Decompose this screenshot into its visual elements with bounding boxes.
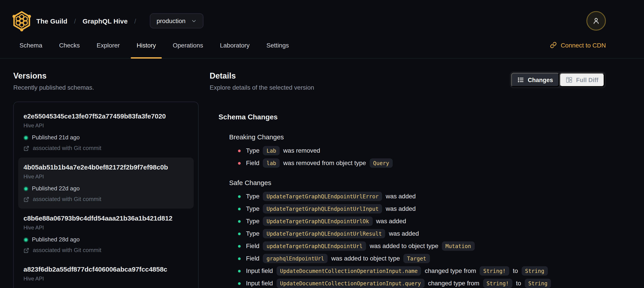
connect-to-cdn-link[interactable]: Connect to CDN — [550, 32, 606, 58]
version-item[interactable]: e2e55045345ce13fe07f52a77459b83fa3fe7020… — [18, 107, 194, 158]
breadcrumb-org[interactable]: The Guild — [36, 17, 67, 25]
tab-checks[interactable]: Checks — [59, 32, 80, 58]
change-text: Type — [246, 229, 260, 238]
version-hash: c8b6e88a06793b9c4dfd54aaa21b36a1b421d812 — [24, 214, 188, 223]
published-status-dot — [24, 135, 28, 140]
version-git-text: associated with Git commit — [33, 195, 101, 203]
bullet-dot — [238, 257, 241, 260]
version-item[interactable]: 4b05ab51b1b4a7e2e4b0ef82172f2b9f7ef98c0b… — [18, 158, 194, 209]
code-chip: String — [525, 279, 551, 288]
change-content: TypeUpdateTargetGraphQLEndpointUrlErrorw… — [246, 192, 416, 201]
tab-label: Checks — [59, 42, 80, 49]
breadcrumb-separator: / — [74, 17, 76, 25]
tab-operations[interactable]: Operations — [173, 32, 203, 58]
toggle-changes-button[interactable]: Changes — [511, 73, 559, 87]
code-chip: lab — [263, 158, 280, 168]
change-item: FieldupdateTargetGraphQLEndpointUrlwas a… — [238, 241, 606, 251]
tab-history[interactable]: History — [136, 32, 156, 58]
change-item: FieldgraphqlEndpointUrlwas added to obje… — [238, 254, 606, 263]
tab-settings[interactable]: Settings — [266, 32, 289, 58]
change-content: FieldgraphqlEndpointUrlwas added to obje… — [246, 254, 430, 263]
tab-laboratory[interactable]: Laboratory — [220, 32, 250, 58]
change-text: was added — [376, 217, 406, 225]
tab-explorer[interactable]: Explorer — [96, 32, 120, 58]
change-text: Type — [246, 192, 260, 201]
version-item[interactable]: a823f6db2a55df877dcf406006abca97fcc4858c… — [18, 259, 194, 288]
version-service: Hive API — [24, 122, 188, 129]
version-git-link[interactable]: associated with Git commit — [24, 144, 188, 152]
change-item: TypeUpdateTargetGraphQLEndpointUrlOkwas … — [238, 216, 606, 226]
breadcrumb-project[interactable]: GraphQL Hive — [83, 17, 128, 25]
top-bar: The Guild / GraphQL Hive / production — [0, 10, 644, 32]
bullet-dot — [238, 269, 241, 272]
schema-changes-groups: Breaking Changes TypeLabwas removed Fiel… — [218, 133, 606, 288]
change-item: Input fieldUpdateDocumentCollectionOpera… — [238, 279, 606, 288]
tab-label: Settings — [266, 42, 289, 49]
change-content: Input fieldUpdateDocumentCollectionOpera… — [246, 266, 548, 275]
breadcrumb-separator: / — [134, 17, 136, 25]
bullet-dot — [238, 220, 241, 222]
change-text: to — [513, 267, 518, 275]
bullet-dot — [238, 245, 241, 247]
user-avatar[interactable] — [586, 11, 606, 31]
details-panel: Details Explore details of the selected … — [210, 71, 606, 288]
code-chip: updateTargetGraphQLEndpointUrl — [263, 241, 366, 251]
list-icon — [517, 76, 524, 83]
code-chip: UpdateDocumentCollectionOperationInput.q… — [276, 279, 424, 288]
change-text: was added — [386, 205, 416, 213]
code-chip: Target — [404, 254, 430, 263]
change-list: TypeUpdateTargetGraphQLEndpointUrlErrorw… — [229, 192, 606, 288]
code-chip: String! — [483, 279, 512, 288]
details-subtitle: Explore details of the selected version — [210, 83, 314, 92]
toggle-full-diff-label: Full Diff — [576, 77, 598, 83]
code-chip: Lab — [263, 146, 280, 155]
target-selector-label: production — [156, 17, 186, 25]
link-icon — [550, 42, 557, 48]
published-status-dot — [24, 237, 28, 242]
change-item: TypeUpdateTargetGraphQLEndpointUrlInputw… — [238, 204, 606, 213]
change-text: Input field — [246, 267, 273, 275]
change-text: to — [516, 279, 521, 287]
change-group-title: Safe Changes — [229, 178, 606, 187]
external-link-icon — [24, 145, 29, 151]
change-item: Input fieldUpdateDocumentCollectionOpera… — [238, 266, 606, 275]
version-status-text: Published 40d ago — [32, 287, 80, 288]
change-content: TypeUpdateTargetGraphQLEndpointUrlInputw… — [246, 204, 416, 213]
change-text: Type — [246, 146, 260, 155]
version-git-link[interactable]: associated with Git commit — [24, 246, 188, 254]
version-status-text: Published 28d ago — [32, 236, 80, 244]
bullet-dot — [238, 207, 241, 210]
app-window: The Guild / GraphQL Hive / production Sc… — [0, 0, 644, 288]
code-chip: Mutation — [442, 241, 475, 251]
code-chip: UpdateTargetGraphQLEndpointUrlResult — [263, 229, 386, 238]
bullet-dot — [238, 282, 241, 285]
change-item: TypeLabwas removed — [238, 146, 606, 155]
change-content: TypeUpdateTargetGraphQLEndpointUrlOkwas … — [246, 216, 406, 226]
change-group: Safe Changes TypeUpdateTargetGraphQLEndp… — [229, 178, 606, 288]
hive-logo-icon[interactable] — [11, 10, 32, 32]
tab-schema[interactable]: Schema — [20, 32, 42, 58]
change-content: TypeLabwas removed — [246, 146, 320, 155]
change-text: Field — [246, 159, 260, 167]
version-service: Hive API — [24, 224, 188, 231]
change-list: TypeLabwas removed Fieldlabwas removed f… — [229, 146, 606, 168]
user-icon — [592, 17, 600, 25]
code-chip: graphqlEndpointUrl — [263, 254, 328, 263]
code-chip: UpdateDocumentCollectionOperationInput.n… — [276, 266, 421, 275]
version-service: Hive API — [24, 173, 188, 180]
change-item: TypeUpdateTargetGraphQLEndpointUrlErrorw… — [238, 192, 606, 201]
tab-label: Operations — [173, 42, 203, 49]
toggle-full-diff-button[interactable]: Full Diff — [559, 73, 605, 87]
main-content: Versions Recently published schemas. e2e… — [0, 59, 644, 288]
tabs: SchemaChecksExplorerHistoryOperationsLab… — [20, 32, 289, 58]
code-chip: String — [522, 266, 548, 275]
chevron-down-icon — [191, 18, 196, 24]
change-content: TypeUpdateTargetGraphQLEndpointUrlResult… — [246, 229, 419, 238]
change-text: was added to object type — [370, 242, 438, 250]
bullet-dot — [238, 232, 241, 235]
breadcrumb: The Guild / GraphQL Hive / — [36, 17, 143, 25]
version-git-link[interactable]: associated with Git commit — [24, 195, 188, 203]
version-git-text: associated with Git commit — [33, 246, 101, 254]
target-selector[interactable]: production — [150, 13, 203, 29]
version-item[interactable]: c8b6e88a06793b9c4dfd54aaa21b36a1b421d812… — [18, 209, 194, 259]
